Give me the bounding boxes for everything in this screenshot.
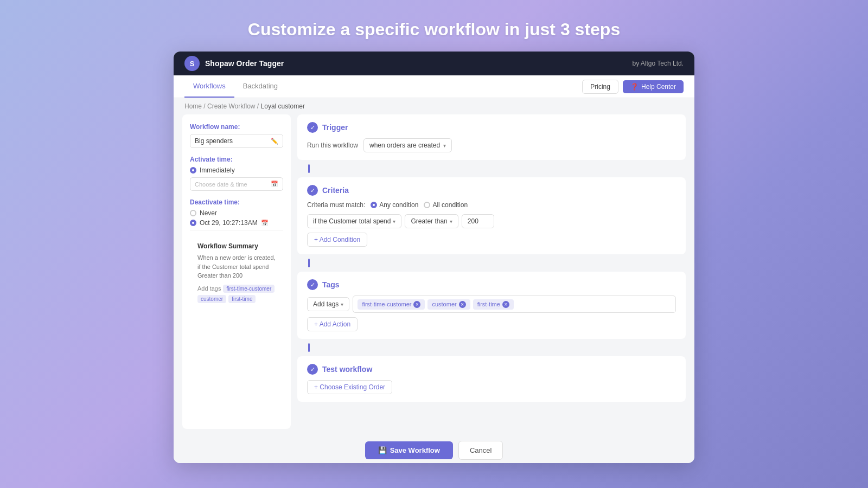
summary-tag-3: first-time: [228, 295, 256, 303]
trigger-card: ✓ Trigger Run this workflow when orders …: [297, 114, 686, 160]
remove-tag-2[interactable]: ×: [459, 301, 466, 308]
connector-3: [308, 343, 310, 352]
right-panel: ✓ Trigger Run this workflow when orders …: [297, 114, 686, 429]
criteria-header: ✓ Criteria: [307, 185, 676, 196]
tags-chevron-icon: ▾: [341, 301, 343, 307]
cancel-button[interactable]: Cancel: [458, 441, 503, 460]
choose-order-button[interactable]: + Choose Existing Order: [307, 380, 392, 394]
help-icon: ❓: [630, 83, 639, 91]
workflow-name-label: Workflow name:: [190, 123, 283, 131]
topbar-left: S Shopaw Order Tagger: [184, 56, 284, 71]
app-logo: S: [184, 56, 200, 71]
calendar-icon: 📅: [271, 181, 278, 188]
nav-bar: Workflows Backdating Pricing ❓ Help Cent…: [174, 75, 694, 98]
add-action-button[interactable]: + Add Action: [307, 317, 358, 331]
tag-chip-customer: customer ×: [427, 299, 470, 310]
app-window: S Shopaw Order Tagger by Altgo Tech Ltd.…: [174, 52, 694, 463]
match-label: Criteria must match:: [307, 201, 365, 209]
topbar: S Shopaw Order Tagger by Altgo Tech Ltd.: [174, 52, 694, 75]
tab-backdating[interactable]: Backdating: [234, 75, 286, 98]
calendar-icon-2: 📅: [261, 220, 269, 227]
connector-2: [308, 259, 310, 267]
deactivate-time-label: Deactivate time:: [190, 198, 283, 206]
tags-title: Tags: [322, 280, 340, 289]
test-header: ✓ Test workflow: [307, 364, 676, 375]
edit-icon: ✏️: [271, 138, 278, 145]
any-condition-dot: [371, 202, 377, 208]
breadcrumb-home[interactable]: Home: [184, 102, 202, 110]
trigger-select[interactable]: when orders are created ▾: [363, 138, 452, 152]
page-title: Customize a specific workflow in just 3 …: [248, 20, 620, 40]
save-workflow-button[interactable]: 💾 Save Workflow: [365, 441, 453, 459]
radio-deactivate-date[interactable]: Oct 29, 10:27:13AM 📅: [190, 219, 283, 227]
criteria-check-icon: ✓: [307, 185, 318, 196]
nav-tabs: Workflows Backdating: [184, 75, 286, 98]
tags-card: ✓ Tags Add tags ▾ first-time-customer ×: [297, 272, 686, 339]
topbar-brand: by Altgo Tech Ltd.: [632, 60, 684, 67]
activate-time-label: Activate time:: [190, 156, 283, 163]
condition-row: if the Customer total spend ▾ Greater th…: [307, 214, 676, 228]
tab-workflows[interactable]: Workflows: [184, 75, 234, 98]
test-title: Test workflow: [322, 365, 372, 374]
summary-text: When a new order is created, if the Cust…: [197, 253, 276, 280]
all-condition-radio[interactable]: All condition: [424, 201, 468, 209]
nav-actions: Pricing ❓ Help Center: [582, 80, 684, 94]
workflow-name-input[interactable]: Big spenders ✏️: [190, 134, 283, 148]
radio-dot-date: [190, 220, 196, 226]
condition-field-select[interactable]: if the Customer total spend ▾: [307, 214, 401, 228]
left-panel: Workflow name: Big spenders ✏️ Activate …: [182, 114, 291, 429]
criteria-title: Criteria: [322, 186, 349, 195]
bottom-bar: 💾 Save Workflow Cancel: [174, 435, 694, 463]
radio-never[interactable]: Never: [190, 209, 283, 217]
summary-tag-1: first-time-customer: [223, 285, 275, 293]
tag-chip-first-time: first-time ×: [473, 299, 514, 310]
tags-input-area[interactable]: first-time-customer × customer × first-t…: [353, 296, 676, 313]
breadcrumb-create-workflow[interactable]: Create Workflow: [207, 102, 255, 110]
condition-value-input[interactable]: [462, 214, 494, 228]
main-content: Workflow name: Big spenders ✏️ Activate …: [174, 114, 694, 435]
chevron-down-icon: ▾: [443, 143, 446, 149]
condition-operator-select[interactable]: Greater than ▾: [405, 214, 458, 228]
radio-dot-never: [190, 210, 196, 216]
breadcrumb: Home / Create Workflow / Loyal customer: [174, 98, 694, 114]
criteria-card: ✓ Criteria Criteria must match: Any cond…: [297, 177, 686, 254]
tag-chip-first-time-customer: first-time-customer ×: [358, 299, 425, 310]
radio-dot-immediately: [190, 167, 196, 174]
app-name: Shopaw Order Tagger: [205, 59, 284, 68]
help-center-button[interactable]: ❓ Help Center: [623, 80, 684, 93]
activate-radio-group: Immediately: [190, 166, 283, 174]
workflow-summary-box: Workflow Summary When a new order is cre…: [190, 236, 283, 310]
summary-tags-row: Add tags first-time-customer customer fi…: [197, 285, 276, 303]
tags-header: ✓ Tags: [307, 279, 676, 290]
radio-immediately[interactable]: Immediately: [190, 166, 283, 174]
summary-tag-2: customer: [197, 295, 226, 303]
tags-check-icon: ✓: [307, 279, 318, 290]
test-check-icon: ✓: [307, 364, 318, 375]
add-condition-button[interactable]: + Add Condition: [307, 233, 367, 247]
tags-row: Add tags ▾ first-time-customer × custome…: [307, 296, 676, 313]
trigger-title: Trigger: [322, 123, 348, 132]
summary-title: Workflow Summary: [197, 242, 276, 250]
any-condition-radio[interactable]: Any condition: [371, 201, 418, 209]
trigger-row: Run this workflow when orders are create…: [307, 138, 676, 152]
trigger-check-icon: ✓: [307, 122, 318, 133]
pricing-button[interactable]: Pricing: [582, 80, 618, 94]
add-tags-select[interactable]: Add tags ▾: [307, 297, 349, 311]
breadcrumb-current: Loyal customer: [261, 102, 305, 110]
deactivate-radio-group: Never Oct 29, 10:27:13AM 📅: [190, 209, 283, 227]
connector-1: [308, 164, 310, 173]
all-condition-dot: [424, 202, 430, 208]
test-workflow-card: ✓ Test workflow + Choose Existing Order: [297, 356, 686, 402]
field-chevron-icon: ▾: [393, 219, 395, 224]
summary-add-tags-label: Add tags: [197, 285, 221, 292]
run-label: Run this workflow: [307, 142, 358, 149]
remove-tag-3[interactable]: ×: [502, 301, 509, 308]
criteria-match-row: Criteria must match: Any condition All c…: [307, 201, 676, 209]
activate-date-input[interactable]: Choose date & time 📅: [190, 177, 283, 191]
trigger-header: ✓ Trigger: [307, 122, 676, 133]
remove-tag-1[interactable]: ×: [413, 301, 420, 308]
save-icon: 💾: [378, 446, 387, 454]
operator-chevron-icon: ▾: [450, 219, 452, 224]
